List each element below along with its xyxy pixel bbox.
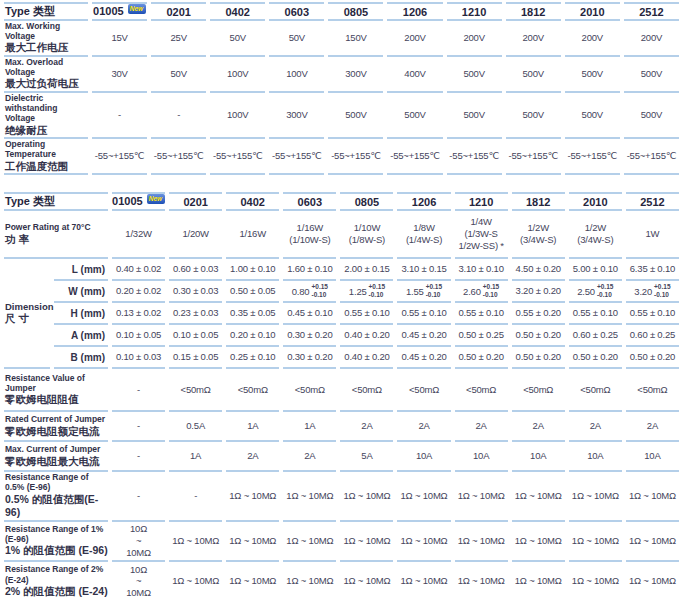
spec-cell: 1Ω ~ 10MΩ — [569, 562, 622, 601]
spec-cell: 2A — [283, 442, 336, 472]
spec-row: Max. Working Voltage最大工作电压15V25V50V50V15… — [4, 21, 679, 57]
spec-cell: 1Ω ~ 10MΩ — [626, 522, 679, 562]
spec-cell: 50V — [151, 57, 206, 93]
spec-cell: 2A — [397, 412, 450, 442]
tolerance-stack: +0.15-0.10 — [369, 283, 385, 300]
spec-cell: 1/20W — [169, 211, 222, 259]
spec-row: Max. Current of Jumper零欧姆电阻最大电流-1A2A2A5A… — [4, 442, 679, 472]
spec-row: Dielectric withstandingVoltage绝缘耐压--100V… — [4, 93, 679, 139]
spec-cell: 0.55 ± 0.10 — [455, 303, 508, 325]
spec-cell: 400V — [387, 57, 442, 93]
spec-cell: 1/8W(1/4W-S) — [397, 211, 450, 259]
dimension-sub-label: L (mm) — [54, 259, 108, 281]
spec-cell: 1Ω ~ 10MΩ — [340, 472, 393, 522]
row-label: Operating Temperature工作温度范围 — [4, 139, 88, 175]
spec-cell: <50mΩ — [512, 369, 565, 412]
spec-cell: 0.50 ± 0.20 — [512, 325, 565, 347]
spec-cell: 0.55 ± 0.20 — [512, 303, 565, 325]
spec-cell: 1/16W(1/10W-S) — [283, 211, 336, 259]
spec-cell: 1.00 ± 0.10 — [226, 259, 279, 281]
spec-cell: 1Ω ~ 10MΩ — [512, 472, 565, 522]
spec-cell: 1/16W — [226, 211, 279, 259]
spec-cell: 1Ω ~ 10MΩ — [226, 522, 279, 562]
spec-cell: <50mΩ — [226, 369, 279, 412]
column-header-0201: 0201 — [151, 2, 206, 21]
spec-cell: 50V — [210, 21, 265, 57]
dimension-value: 2.50 — [577, 285, 595, 296]
dimension-row: B (mm)0.10 ± 0.030.15 ± 0.050.25 ± 0.100… — [4, 347, 679, 369]
spec-cell: <50mΩ — [455, 369, 508, 412]
spec-row: Operating Temperature工作温度范围-55~+155℃-55~… — [4, 139, 679, 175]
dimension-value: 1.55 — [406, 285, 424, 296]
spec-cell: <50mΩ — [169, 369, 222, 412]
column-header-1206: 1206 — [387, 2, 442, 21]
spec-cell: 2.00 ± 0.15 — [340, 259, 393, 281]
spec-cell: 0.40 ± 0.02 — [112, 259, 165, 281]
spec-cell: 1Ω ~ 10MΩ — [283, 562, 336, 601]
spec-cell: -55~+155℃ — [565, 139, 620, 175]
spec-cell: 0.55 ± 0.10 — [397, 303, 450, 325]
spec-cell: 10A — [626, 442, 679, 472]
column-header-1812: 1812 — [506, 2, 561, 21]
dimension-sub-label: H (mm) — [54, 303, 108, 325]
spec-cell: 0.10 ± 0.05 — [112, 325, 165, 347]
header-row: Type 类型01005 New020104020603080512061210… — [4, 192, 679, 211]
spec-cell: 500V — [565, 93, 620, 139]
spec-cell: 200V — [387, 21, 442, 57]
row-label-zh: 0.5% 的阻值范围(E-96) — [5, 493, 108, 520]
spec-cell: 0.40 ± 0.20 — [340, 325, 393, 347]
spec-row: Max. Overload Voltage最大过负荷电压30V50V100V10… — [4, 57, 679, 93]
spec-cell: 2A — [340, 412, 393, 442]
spec-cell: 1/2W(3/4W-S) — [512, 211, 565, 259]
voltage-temperature-table: Type 类型01005 New020104020603080512061210… — [0, 2, 683, 175]
row-label-zh: 零欧姆电阻阻值 — [5, 393, 108, 407]
spec-row: Resistance Range of 1%(E-96)1% 的阻值范围 (E-… — [4, 522, 679, 562]
spec-cell: 0.10 ± 0.03 — [112, 347, 165, 369]
spec-cell: 0.30 ± 0.20 — [283, 347, 336, 369]
column-header-1210: 1210 — [455, 192, 508, 211]
spec-cell: 0.5A — [169, 412, 222, 442]
column-header-0603: 0603 — [269, 2, 324, 21]
spec-cell: 500V — [328, 93, 383, 139]
spec-cell: 1A — [226, 412, 279, 442]
spec-cell: 0.40 ± 0.20 — [340, 347, 393, 369]
spec-cell: 2A — [512, 412, 565, 442]
spec-cell: -55~+155℃ — [151, 139, 206, 175]
spec-cell: 1Ω ~ 10MΩ — [626, 472, 679, 522]
row-label: Resistance Range of0.5% (E-96)0.5% 的阻值范围… — [4, 472, 108, 522]
spec-cell: 30V — [92, 57, 147, 93]
column-header-01005: 01005 New — [92, 2, 147, 21]
row-label: Resistance Range of 2%(E-24)2% 的阻值范围 (E-… — [4, 562, 108, 601]
spec-cell: - — [112, 412, 165, 442]
column-header-1812: 1812 — [512, 192, 565, 211]
spec-cell: 500V — [447, 57, 502, 93]
spec-cell: 50V — [269, 21, 324, 57]
spec-cell: 15V — [92, 21, 147, 57]
power-dimension-resistance-table: Type 类型01005 New020104020603080512061210… — [0, 192, 683, 601]
row-label-zh: 最大过负荷电压 — [5, 77, 88, 91]
new-badge: New — [128, 4, 146, 14]
spec-cell: 1Ω ~ 10MΩ — [455, 472, 508, 522]
spec-cell: 0.30 ± 0.20 — [283, 325, 336, 347]
dimension-label-zh: 尺 寸 — [5, 312, 50, 326]
column-header-0402: 0402 — [210, 2, 265, 21]
spec-cell: 0.20 ± 0.10 — [226, 325, 279, 347]
spec-cell: 0.50 ± 0.20 — [626, 347, 679, 369]
tolerance-stack: +0.15-0.10 — [311, 283, 327, 300]
row-label-en: Resistance Range of 1%(E-96) — [5, 524, 108, 544]
row-label-en: Max. Overload Voltage — [5, 57, 88, 77]
spec-cell: 1A — [283, 412, 336, 442]
row-label-en: Max. Working Voltage — [5, 21, 88, 41]
spec-cell: <50mΩ — [283, 369, 336, 412]
spec-cell: 0.13 ± 0.02 — [112, 303, 165, 325]
dimension-sub-label: B (mm) — [54, 347, 108, 369]
spec-cell: -55~+155℃ — [269, 139, 324, 175]
spec-cell: 300V — [328, 57, 383, 93]
spec-cell: 0.45 ± 0.20 — [397, 325, 450, 347]
row-label-zh: 零欧姆电阻额定电流 — [5, 425, 108, 439]
row-label: Resistance Value ofJumper零欧姆电阻阻值 — [4, 369, 108, 412]
dimension-value: 2.60 — [463, 285, 481, 296]
spec-cell: 1Ω ~ 10MΩ — [169, 522, 222, 562]
column-header-01005: 01005 New — [112, 192, 165, 211]
row-label-en: Resistance Range of0.5% (E-96) — [5, 472, 108, 492]
